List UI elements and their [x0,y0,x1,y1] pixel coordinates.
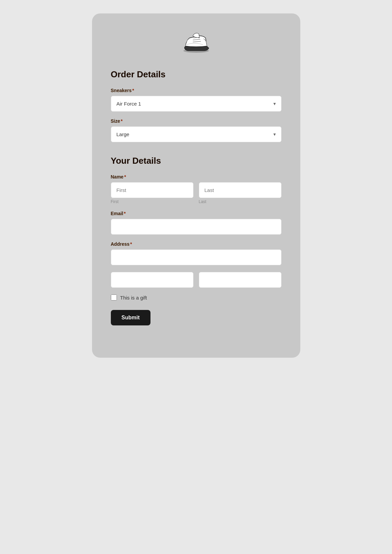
address-field-group: Address* [111,241,281,288]
sneaker-logo-icon [181,30,211,53]
sneakers-label: Sneakers* [111,88,281,93]
address-state-field [199,272,281,288]
name-row: First Last [111,182,281,204]
address-city-state-row [111,272,281,288]
last-name-hint: Last [199,199,281,204]
gift-checkbox[interactable] [111,294,117,301]
address-label: Address* [111,241,281,247]
logo-area [111,30,281,53]
address-city-field [111,272,193,288]
sneakers-required-star: * [132,88,134,93]
last-name-input[interactable] [199,182,281,198]
gift-checkbox-row: This is a gift [111,294,281,301]
name-field-group: Name* First Last [111,174,281,204]
order-form-card: Order Details Sneakers* Air Force 1 Air … [92,13,300,358]
first-name-field: First [111,182,193,204]
your-details-title: Your Details [111,156,281,166]
email-required-star: * [124,211,126,216]
size-label: Size* [111,118,281,124]
submit-button[interactable]: Submit [111,310,150,325]
size-field-group: Size* Small Medium Large X-Large XX-Larg… [111,118,281,142]
size-select-wrapper: Small Medium Large X-Large XX-Large ▼ [111,126,281,142]
size-required-star: * [121,118,123,124]
address-city-input[interactable] [111,272,193,288]
name-label: Name* [111,174,281,180]
address-required-star: * [130,241,132,247]
last-name-field: Last [199,182,281,204]
address-line1-input[interactable] [111,249,281,265]
gift-checkbox-label[interactable]: This is a gift [120,295,147,301]
address-state-input[interactable] [199,272,281,288]
sneakers-field-group: Sneakers* Air Force 1 Air Jordan 1 Nike … [111,88,281,112]
email-label: Email* [111,211,281,216]
order-details-section: Order Details Sneakers* Air Force 1 Air … [111,69,281,142]
sneakers-select-wrapper: Air Force 1 Air Jordan 1 Nike Dunk Yeezy… [111,96,281,112]
your-details-section: Your Details Name* First Last Email* [111,156,281,325]
order-details-title: Order Details [111,69,281,80]
sneakers-select[interactable]: Air Force 1 Air Jordan 1 Nike Dunk Yeezy… [111,96,281,112]
first-name-input[interactable] [111,182,193,198]
first-name-hint: First [111,199,193,204]
email-input[interactable] [111,219,281,235]
size-select[interactable]: Small Medium Large X-Large XX-Large [111,126,281,142]
email-field-group: Email* [111,211,281,235]
name-required-star: * [124,174,126,180]
